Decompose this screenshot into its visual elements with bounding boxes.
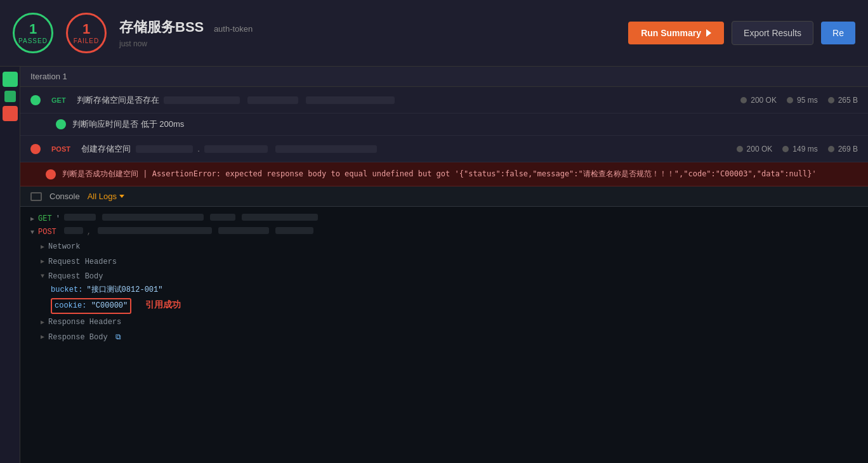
citation-text: 引用成功 (145, 297, 181, 311)
test-row-get[interactable]: GET 判断存储空间是否存在 200 OK 95 ms (20, 87, 868, 114)
passed-count: 1 (29, 22, 37, 36)
console-post-line[interactable]: ▼ POST , (30, 226, 858, 238)
toggle-icon-req-headers: ▶ (41, 257, 44, 267)
metric-dot-post-size (828, 146, 834, 152)
section-resp-headers-label: Response Headers (48, 316, 121, 329)
section-req-body-label: Request Body (48, 271, 103, 283)
chevron-down-icon (119, 195, 124, 198)
bucket-key: bucket: (51, 284, 82, 296)
console-post-comma: , (87, 226, 91, 238)
url-blur-4 (136, 145, 193, 153)
section-req-headers-header[interactable]: ▶ Request Headers (41, 255, 858, 270)
section-req-headers-label: Request Headers (48, 256, 117, 268)
metric-status-post: 200 OK (737, 145, 773, 153)
section-resp-headers-row: ▶ Response Headers (30, 315, 858, 330)
passed-label: PASSED (18, 37, 48, 44)
url-blur-5 (204, 145, 268, 153)
status-dot-assertion (56, 119, 66, 129)
export-results-button[interactable]: Export Results (732, 21, 813, 45)
console-filter-dropdown[interactable]: All Logs (88, 192, 124, 201)
failed-badge: 1 FAILED (66, 13, 107, 53)
console-get-line[interactable]: ▶ GET ' (30, 213, 858, 225)
url-blur-6 (275, 145, 377, 153)
console-url-blur-8 (275, 227, 313, 234)
metric-dot-get-time (787, 97, 793, 103)
test-metrics-get: 200 OK 95 ms 265 B (740, 96, 858, 105)
console-body: ▶ GET ' ▼ POST , (20, 207, 868, 463)
metric-time-get: 95 ms (787, 96, 818, 105)
section-req-headers-row: ▶ Request Headers (30, 255, 858, 270)
section-resp-headers-header[interactable]: ▶ Response Headers (41, 315, 858, 330)
metric-dot-get-size (828, 97, 834, 103)
section-req-body-header[interactable]: ▼ Request Body (41, 270, 858, 284)
console-icon (30, 192, 42, 201)
failed-count: 1 (82, 22, 90, 36)
console-url-blur-4 (242, 214, 318, 221)
metric-size-post: 269 B (828, 145, 858, 153)
section-resp-body-header[interactable]: ▶ Response Body ⧉ (41, 330, 858, 345)
assertion-text: 判断响应时间是否 低于 200ms (72, 119, 184, 130)
section-network-row: ▶ Network (30, 240, 858, 254)
error-text: 判断是否成功创建空间 | AssertionError: expected re… (62, 169, 817, 179)
page-tag: auth-token (214, 24, 253, 34)
cookie-key: cookie: (55, 301, 86, 310)
console-url-blur-5 (64, 227, 83, 234)
toggle-icon-resp-body: ▶ (41, 332, 44, 342)
toggle-icon-resp-headers: ▶ (41, 318, 44, 328)
page-title: 存储服务BSS (119, 19, 204, 35)
header-actions: Run Summary Export Results Re (628, 21, 855, 45)
status-dot-get (30, 95, 41, 105)
body-cookie-row: cookie: "C00000" 引用成功 (30, 297, 858, 314)
metric-dot-post-status (737, 146, 743, 152)
re-button[interactable]: Re (821, 22, 855, 44)
console-post-method: POST (38, 226, 56, 238)
section-network-header[interactable]: ▶ Network (41, 240, 858, 254)
sidebar (0, 67, 20, 463)
cookie-value: "C00000" (91, 301, 128, 310)
failed-label: FAILED (74, 37, 99, 44)
metric-time-post: 149 ms (782, 145, 817, 153)
test-name-get: 判断存储空间是否存在 (77, 95, 741, 106)
console-get-method: GET (38, 213, 52, 225)
toggle-icon-network: ▶ (41, 242, 44, 252)
metric-dot-get-status (740, 97, 747, 103)
sidebar-icon-green-2 (4, 91, 16, 102)
section-resp-body-row: ▶ Response Body ⧉ (30, 330, 858, 345)
sidebar-icon-green-1 (3, 72, 18, 87)
toggle-icon-post: ▼ (30, 228, 34, 238)
metric-size-get: 265 B (828, 96, 858, 105)
body-bucket-row: bucket: "接口测试0812-001" (30, 284, 858, 296)
console-panel: Console All Logs ▶ GET ' (20, 186, 868, 463)
test-row-post[interactable]: POST 创建存储空间 . 200 OK 149 ms (20, 136, 868, 162)
run-summary-button[interactable]: Run Summary (628, 22, 724, 44)
external-link-icon[interactable]: ⧉ (115, 332, 121, 344)
console-header: Console All Logs (20, 186, 868, 207)
console-url-blur-7 (218, 227, 269, 234)
url-blur-3 (306, 96, 395, 104)
section-resp-body-label: Response Body (48, 332, 108, 344)
title-row: 存储服务BSS auth-token (119, 18, 615, 37)
console-title: Console (49, 192, 80, 201)
main-area: Iteration 1 GET 判断存储空间是否存在 200 OK (0, 67, 868, 463)
error-dot (46, 169, 56, 179)
console-get-quote: ' (56, 213, 60, 225)
results-panel: Iteration 1 GET 判断存储空间是否存在 200 OK (20, 67, 868, 186)
method-badge-post: POST (47, 144, 75, 154)
method-badge-get: GET (47, 95, 70, 105)
error-row: 判断是否成功创建空间 | AssertionError: expected re… (20, 162, 868, 186)
console-filter-label: All Logs (88, 192, 117, 201)
section-network-label: Network (48, 241, 80, 253)
url-blur-1 (164, 96, 240, 104)
page-subtitle: just now (119, 39, 615, 48)
url-blur-2 (247, 96, 298, 104)
toggle-icon-req-body: ▼ (41, 271, 44, 282)
passed-badge: 1 PASSED (13, 13, 53, 53)
iteration-header: Iteration 1 (20, 67, 868, 87)
console-url-blur-6 (98, 227, 212, 234)
section-req-body-row: ▼ Request Body (30, 270, 858, 284)
metric-status-get: 200 OK (740, 96, 777, 105)
test-metrics-post: 200 OK 149 ms 269 B (737, 145, 858, 153)
console-url-blur-2 (102, 214, 204, 221)
status-dot-post (30, 144, 41, 154)
assertion-row: 判断响应时间是否 低于 200ms (20, 114, 868, 136)
